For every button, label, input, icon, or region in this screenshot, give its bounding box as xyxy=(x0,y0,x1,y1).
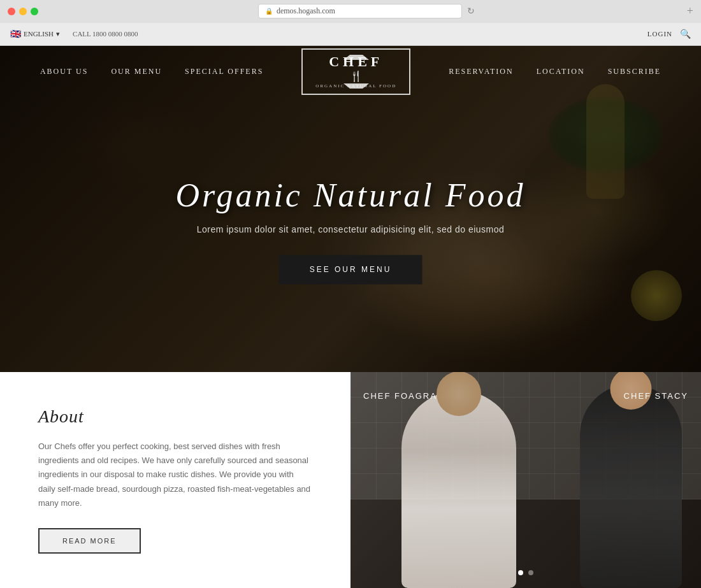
read-more-button[interactable]: READ MORE xyxy=(38,528,141,554)
about-text: Our Chefs offer you perfect cooking, bes… xyxy=(38,440,312,510)
chef-dot-1[interactable] xyxy=(518,570,523,575)
chevron-down-icon: ▾ xyxy=(56,30,60,38)
hero-content: Organic Natural Food Lorem ipsum dolor s… xyxy=(176,176,526,284)
language-label: ENGLISH xyxy=(24,30,54,38)
nav-left-links: About Us Our Menu Special Offers xyxy=(40,67,263,76)
search-icon[interactable]: 🔍 xyxy=(680,29,691,39)
nav-link-location[interactable]: Location xyxy=(537,67,585,76)
nav-right-links: Reservation Location Subscribe xyxy=(449,67,661,76)
hero-title: Organic Natural Food xyxy=(176,176,526,214)
chef-label-1: Chef Foagra xyxy=(363,391,437,401)
hero-section: About Us Our Menu Special Offers CHEF 🍴 … xyxy=(0,46,701,372)
chef-carousel-dots xyxy=(518,570,533,575)
logo-subtitle: ORGANIC NATURAL FOOD xyxy=(315,83,396,89)
chef-label-2: Chef Stacy xyxy=(624,391,688,401)
browser-addressbar: 🔒 demos.hogash.com ↻ xyxy=(46,4,687,18)
close-dot[interactable] xyxy=(8,8,15,15)
browser-chrome: 🔒 demos.hogash.com ↻ + 🇬🇧 ENGLISH ▾ CALL… xyxy=(0,0,701,46)
browser-right-tools: LOGIN 🔍 xyxy=(647,29,691,39)
nav-logo[interactable]: CHEF 🍴 ORGANIC NATURAL FOOD xyxy=(301,48,410,95)
chef-figure-1 xyxy=(401,391,516,588)
nav-link-subscribe[interactable]: Subscribe xyxy=(608,67,661,76)
website: About Us Our Menu Special Offers CHEF 🍴 … xyxy=(0,46,701,588)
refresh-icon[interactable]: ↻ xyxy=(467,6,475,17)
cutlery-icon: 🍴 xyxy=(350,70,363,82)
address-bar[interactable]: 🔒 demos.hogash.com xyxy=(258,4,462,18)
chef-figure-2 xyxy=(580,384,682,588)
main-navigation: About Us Our Menu Special Offers CHEF 🍴 … xyxy=(0,46,701,97)
add-tab-button[interactable]: + xyxy=(687,4,693,18)
flag-icon: 🇬🇧 xyxy=(10,29,21,39)
browser-titlebar: 🔒 demos.hogash.com ↻ + xyxy=(0,0,701,23)
chef-section: Chef Foagra Chef Stacy xyxy=(350,372,701,588)
nav-link-about-us[interactable]: About Us xyxy=(40,67,88,76)
chef-dot-2[interactable] xyxy=(528,570,533,575)
see-our-menu-button[interactable]: SEE OUR MENU xyxy=(279,255,423,284)
phone-number: CALL 1800 0800 0800 xyxy=(73,30,138,38)
language-selector[interactable]: 🇬🇧 ENGLISH ▾ xyxy=(10,29,60,39)
lock-icon: 🔒 xyxy=(265,8,273,15)
nav-link-special-offers[interactable]: Special Offers xyxy=(185,67,263,76)
logo-badge: CHEF 🍴 ORGANIC NATURAL FOOD xyxy=(301,48,410,95)
nav-link-reservation[interactable]: Reservation xyxy=(449,67,514,76)
nav-link-our-menu[interactable]: Our Menu xyxy=(111,67,162,76)
logo-title: CHEF xyxy=(329,55,383,69)
browser-dots xyxy=(8,8,38,15)
browser-toolbar: 🇬🇧 ENGLISH ▾ CALL 1800 0800 0800 LOGIN 🔍 xyxy=(0,23,701,46)
login-button[interactable]: LOGIN xyxy=(647,30,672,38)
address-text: demos.hogash.com xyxy=(277,6,335,16)
maximize-dot[interactable] xyxy=(31,8,38,15)
hero-subtitle: Lorem ipsum dolor sit amet, consectetur … xyxy=(176,224,526,234)
minimize-dot[interactable] xyxy=(19,8,27,15)
about-section: About Our Chefs offer you perfect cookin… xyxy=(0,372,350,588)
bottom-section: About Our Chefs offer you perfect cookin… xyxy=(0,372,701,588)
about-title: About xyxy=(38,406,312,427)
